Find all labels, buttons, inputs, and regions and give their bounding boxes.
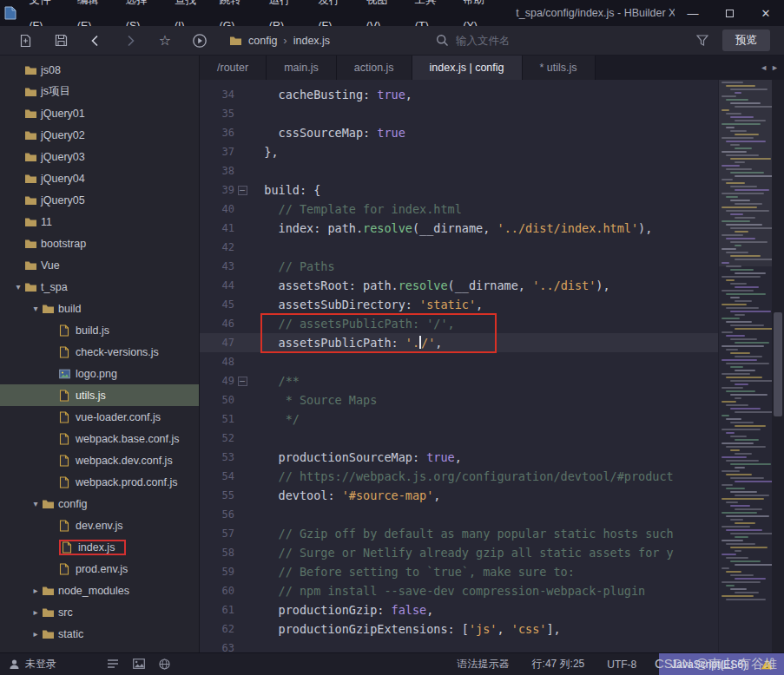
minimap-line	[730, 324, 764, 326]
tab-scroll-right-icon[interactable]: ►	[771, 63, 779, 72]
tree-file-index.js[interactable]: index.js	[0, 536, 199, 558]
tree-folder-jQuery01[interactable]: jQuery01	[0, 102, 199, 124]
fold-icon[interactable]: –	[234, 377, 250, 386]
syntax-hint[interactable]: 语法提示器	[458, 657, 510, 672]
code-line[interactable]: 60 // npm install --save-dev compression…	[200, 581, 718, 600]
tab-scroll-left-icon[interactable]: ◄	[760, 63, 768, 72]
tree-folder-config[interactable]: ▾config	[0, 493, 199, 514]
code-line[interactable]: 58 // Surge or Netlify already gzip all …	[200, 543, 718, 562]
tree-file-vue-loader.conf.js[interactable]: vue-loader.conf.js	[0, 406, 199, 428]
tree-file-utils.js[interactable]: utils.js	[0, 384, 199, 406]
code-line[interactable]: 45 assetsSubDirectory: 'static',	[200, 295, 718, 314]
tree-file-webpack.base.conf.js[interactable]: webpack.base.conf.js	[0, 428, 199, 449]
code-line[interactable]: 62 productionGzipExtensions: ['js', 'css…	[200, 619, 718, 639]
code-line[interactable]: 49– /**	[200, 371, 718, 390]
maximize-button[interactable]	[711, 0, 748, 26]
chevron-down-icon[interactable]: ▾	[30, 499, 42, 508]
code-line[interactable]: 55 devtool: '#source-map',	[200, 486, 718, 505]
code-line[interactable]: 42	[200, 238, 718, 257]
chevron-right-icon[interactable]: ▸	[30, 629, 42, 639]
minimap-line	[730, 408, 761, 410]
tree-file-prod.env.js[interactable]: prod.env.js	[0, 558, 199, 580]
fold-icon[interactable]: –	[234, 186, 250, 195]
tree-folder-t_spa[interactable]: ▾t_spa	[0, 276, 199, 298]
editor-scrollbar-thumb[interactable]	[774, 312, 782, 416]
code-line[interactable]: 37 },	[200, 142, 718, 161]
close-button[interactable]: ✕	[748, 0, 784, 26]
chevron-right-icon[interactable]: ▸	[30, 586, 42, 595]
search-input[interactable]	[456, 35, 647, 47]
csdn-watermark: CSDN @南山.有谷堆	[655, 656, 777, 672]
editor-scrollbar[interactable]	[772, 80, 784, 652]
tree-folder-jQuery03[interactable]: jQuery03	[0, 146, 199, 167]
tree-folder-11[interactable]: 11	[0, 211, 199, 233]
code-line[interactable]: 43 // Paths	[200, 257, 718, 276]
code-line[interactable]: 61 productionGzip: false,	[200, 600, 718, 619]
code-line[interactable]: 46 // assetsPublicPath: '/',	[200, 314, 718, 333]
forward-button[interactable]	[113, 29, 148, 52]
outline-list-icon[interactable]	[107, 659, 119, 669]
code-line[interactable]: 36 cssSourceMap: true	[200, 123, 718, 142]
favorite-star-icon[interactable]: ☆	[148, 29, 182, 52]
run-button[interactable]	[182, 29, 217, 52]
editor-tab[interactable]: action.js	[337, 56, 412, 80]
back-button[interactable]	[78, 29, 113, 52]
tree-folder-js项目[interactable]: js项目	[0, 81, 199, 102]
code-line[interactable]: 63	[200, 639, 718, 652]
code-editor[interactable]: 34 cacheBusting: true,3536 cssSourceMap:…	[200, 80, 784, 652]
editor-tab[interactable]: index.js | config	[412, 56, 523, 80]
tree-file-logo.png[interactable]: logo.png	[0, 363, 199, 384]
code-line[interactable]: 47 assetsPublicPath: './',	[200, 333, 718, 352]
code-line[interactable]: 56	[200, 505, 718, 524]
tree-folder-src[interactable]: ▸src	[0, 601, 199, 623]
tree-file-webpack.dev.conf.js[interactable]: webpack.dev.conf.js	[0, 449, 199, 471]
tree-folder-bootstrap[interactable]: bootstrap	[0, 233, 199, 254]
chevron-down-icon[interactable]: ▾	[12, 282, 24, 292]
code-line[interactable]: 53 productionSourceMap: true,	[200, 448, 718, 467]
tree-file-webpack.prod.conf.js[interactable]: webpack.prod.conf.js	[0, 471, 199, 493]
code-line[interactable]: 38	[200, 161, 718, 180]
code-line[interactable]: 50 * Source Maps	[200, 390, 718, 410]
breadcrumb[interactable]: config › index.js	[229, 34, 330, 47]
tree-folder-static[interactable]: ▸static	[0, 623, 199, 645]
minimize-button[interactable]: —	[675, 0, 711, 26]
editor-tab[interactable]: /router	[200, 56, 267, 80]
tree-file-dev.env.js[interactable]: dev.env.js	[0, 514, 199, 536]
tree-file-build.js[interactable]: build.js	[0, 319, 199, 341]
tree-folder-jQuery04[interactable]: jQuery04	[0, 167, 199, 189]
tree-folder-Vue[interactable]: Vue	[0, 254, 199, 276]
editor-tab[interactable]: * utils.js	[523, 56, 596, 80]
tree-folder-build[interactable]: ▾build	[0, 298, 199, 319]
code-line[interactable]: 34 cacheBusting: true,	[200, 85, 718, 104]
code-line[interactable]: 59 // Before setting to `true`, make sur…	[200, 562, 718, 581]
minimap-line	[735, 481, 772, 482]
code-line[interactable]: 39– build: {	[200, 180, 718, 200]
cursor-position[interactable]: 行:47 列:25	[532, 657, 585, 672]
tree-folder-jQuery02[interactable]: jQuery02	[0, 124, 199, 146]
encoding[interactable]: UTF-8	[607, 659, 636, 671]
new-file-button[interactable]	[9, 29, 43, 52]
filter-icon[interactable]	[689, 35, 715, 46]
code-line[interactable]: 41 index: path.resolve(__dirname, '../di…	[200, 219, 718, 238]
editor-tab[interactable]: main.js	[267, 56, 337, 80]
tree-file-check-versions.js[interactable]: check-versions.js	[0, 341, 199, 363]
tree-folder-node_modules[interactable]: ▸node_modules	[0, 580, 199, 601]
preview-button[interactable]: 预览	[722, 29, 770, 51]
chevron-right-icon[interactable]: ▸	[30, 607, 42, 617]
code-line[interactable]: 40 // Template for index.html	[200, 200, 718, 219]
code-line[interactable]: 44 assetsRoot: path.resolve(__dirname, '…	[200, 276, 718, 295]
minimap[interactable]	[718, 80, 772, 652]
save-button[interactable]	[43, 29, 78, 52]
tree-folder-jQuery05[interactable]: jQuery05	[0, 189, 199, 211]
tree-folder-js08[interactable]: js08	[0, 59, 199, 81]
code-line[interactable]: 35	[200, 104, 718, 123]
login-status[interactable]: 未登录	[25, 657, 56, 672]
code-line[interactable]: 54 // https://webpack.js.org/configurati…	[200, 467, 718, 486]
globe-icon[interactable]	[159, 659, 170, 670]
chevron-down-icon[interactable]: ▾	[30, 304, 42, 313]
code-line[interactable]: 48	[200, 352, 718, 371]
image-icon[interactable]	[133, 659, 145, 669]
code-line[interactable]: 52	[200, 429, 718, 448]
code-line[interactable]: 57 // Gzip off by default as many popula…	[200, 524, 718, 543]
code-line[interactable]: 51 */	[200, 410, 718, 429]
